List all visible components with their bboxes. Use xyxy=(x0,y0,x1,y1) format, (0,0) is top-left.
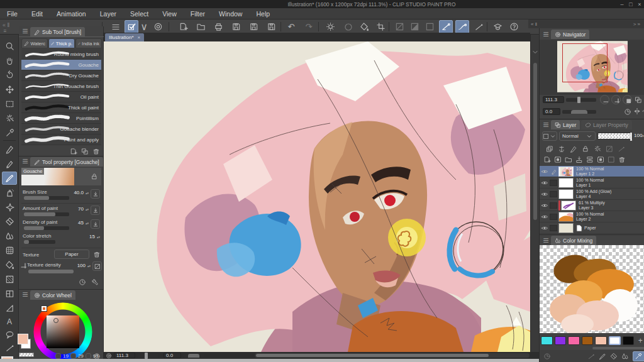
layer-row[interactable]: 100 % Add (Glow)Layer 4 xyxy=(540,189,644,200)
layer-thumbnail[interactable] xyxy=(558,189,574,199)
brush-size-preset-button[interactable] xyxy=(91,189,100,199)
density-preset-button[interactable] xyxy=(91,219,100,229)
tool-airbrush[interactable] xyxy=(2,186,17,199)
save-button[interactable] xyxy=(229,20,243,33)
tool-selection[interactable] xyxy=(2,97,17,111)
delete-layer-button[interactable] xyxy=(618,156,626,163)
close-button[interactable]: × xyxy=(635,1,644,8)
tool-figure[interactable] xyxy=(2,302,17,315)
brush-item[interactable]: Oil paint xyxy=(21,92,101,102)
snap-to-ruler-button[interactable] xyxy=(439,20,453,33)
swatch-scrollbar[interactable] xyxy=(592,347,644,349)
menu-animation[interactable]: Animation xyxy=(50,10,93,18)
density-stepper[interactable]: ▴▾ xyxy=(86,219,89,227)
color-wheel-tab[interactable]: Color Wheel xyxy=(30,290,75,300)
tool-balloon[interactable] xyxy=(2,328,17,341)
tool-line-correction[interactable] xyxy=(2,341,17,354)
layer-opacity-slider[interactable] xyxy=(597,133,633,140)
flip-vertical-button[interactable] xyxy=(641,107,644,116)
document-tab-close-icon[interactable]: × xyxy=(138,35,141,40)
blend-mode-select[interactable]: Normal xyxy=(559,131,596,141)
layer-thumbnail[interactable] xyxy=(558,178,574,188)
layer-menu-icon[interactable]: ≡ xyxy=(542,121,550,129)
mixing-swatch-cyan[interactable] xyxy=(541,336,553,345)
mixing-swatch-black[interactable] xyxy=(623,336,635,345)
toolstrip-menu-icon[interactable]: ≡ xyxy=(1,28,9,34)
save-as-button[interactable] xyxy=(247,20,260,33)
texture-select-button[interactable]: Paper xyxy=(54,250,89,259)
color-mixing-tab[interactable]: Color Mixing xyxy=(551,236,596,245)
vscroll-thumb[interactable] xyxy=(533,63,537,220)
texture-density-slider[interactable] xyxy=(28,270,74,273)
tool-zoom[interactable] xyxy=(2,40,17,53)
new-canvas-button[interactable] xyxy=(176,20,190,33)
new-layer-button[interactable] xyxy=(543,156,551,163)
transfer-down-button[interactable] xyxy=(575,156,583,163)
zoom-reset-button[interactable] xyxy=(623,95,632,104)
menu-window[interactable]: Window xyxy=(212,10,249,18)
layer-row[interactable]: 100 % NormalLayer 1 xyxy=(540,177,644,189)
mixing-brush-tool-button[interactable] xyxy=(599,353,606,360)
brush-size-slider[interactable] xyxy=(24,196,69,200)
tone-button[interactable] xyxy=(558,145,565,153)
maximize-button[interactable]: □ xyxy=(626,1,635,8)
add-subtool-button[interactable] xyxy=(69,146,78,156)
layer-check-cell[interactable] xyxy=(550,180,557,186)
layer-check-cell[interactable] xyxy=(550,202,557,209)
tool-pen[interactable] xyxy=(2,143,17,156)
advanced-settings-button[interactable] xyxy=(90,277,99,287)
ruler-icon-button[interactable] xyxy=(618,145,625,153)
layer-mask-button[interactable] xyxy=(597,156,604,163)
color-mixing-canvas[interactable] xyxy=(540,245,644,333)
wheel-menu-icon[interactable]: ≡ xyxy=(21,291,29,299)
canvas-vertical-scrollbar[interactable] xyxy=(530,35,539,352)
tool-auto-select[interactable] xyxy=(2,112,17,125)
mixing-knife-tool-button[interactable] xyxy=(610,353,618,360)
navigator-rotation-slider[interactable] xyxy=(562,110,596,114)
brush-size-stepper[interactable]: ▴▾ xyxy=(86,189,89,197)
dock-expand-icon[interactable]: > » xyxy=(633,21,644,27)
redo-button[interactable]: ↷ xyxy=(302,20,316,33)
brush-preview[interactable]: Gouache xyxy=(21,168,101,185)
rotate-left-button[interactable] xyxy=(600,107,609,116)
status-rotation-slider[interactable] xyxy=(183,354,204,358)
navigator-zoom-slider[interactable] xyxy=(566,98,596,102)
tool-dropdown-button[interactable]: ∨ xyxy=(140,20,148,33)
sub-transparent-swatch[interactable] xyxy=(19,353,34,357)
minimize-button[interactable]: – xyxy=(618,1,626,8)
menu-select[interactable]: Select xyxy=(123,10,155,18)
tool-blend[interactable] xyxy=(2,229,17,243)
clear-selection-button[interactable] xyxy=(341,20,355,33)
texture-density-toggle[interactable] xyxy=(92,261,102,271)
clip-studio-button[interactable] xyxy=(151,20,165,33)
rotate-reset-button[interactable] xyxy=(623,107,632,116)
navigator-preview[interactable] xyxy=(540,40,644,95)
dock-collapse-icon[interactable]: « ‖ xyxy=(528,21,537,27)
toolprop-menu-icon[interactable]: ≡ xyxy=(21,158,29,165)
layer-check-cell[interactable] xyxy=(550,225,557,231)
reference-layer-button[interactable] xyxy=(606,145,613,153)
saturation-value-square[interactable] xyxy=(47,315,79,348)
opacity-slider-handle[interactable] xyxy=(630,133,632,141)
clip-to-layer-button[interactable] xyxy=(546,145,553,153)
sub-foreground-swatch[interactable] xyxy=(18,334,28,344)
mixing-undo-button[interactable] xyxy=(555,353,562,360)
panel-collapse-chevron-icon[interactable] xyxy=(531,48,539,56)
print-button[interactable] xyxy=(211,20,225,33)
snap-to-special-ruler-button[interactable] xyxy=(455,20,469,33)
selection-box-button[interactable] xyxy=(423,20,436,33)
rotate-right-button[interactable] xyxy=(611,107,621,116)
menu-layer[interactable]: Layer xyxy=(93,10,123,18)
visibility-eye-icon[interactable] xyxy=(540,168,550,175)
color-stretch-slider[interactable] xyxy=(24,240,55,244)
layer-row[interactable]: 61 % MultiplyLayer 3 xyxy=(540,200,644,211)
new-folder-button[interactable] xyxy=(565,156,572,163)
toolbar-menu-button[interactable] xyxy=(108,20,122,33)
reset-settings-button[interactable] xyxy=(77,277,87,287)
brush-item[interactable]: Pointillism xyxy=(21,113,101,124)
tool-eyedropper[interactable] xyxy=(2,126,17,140)
mixing-swatch-purple[interactable] xyxy=(555,336,567,345)
tool-pencil[interactable] xyxy=(2,157,17,170)
tool-gradient[interactable] xyxy=(2,273,17,286)
amount-slider[interactable] xyxy=(24,212,69,216)
